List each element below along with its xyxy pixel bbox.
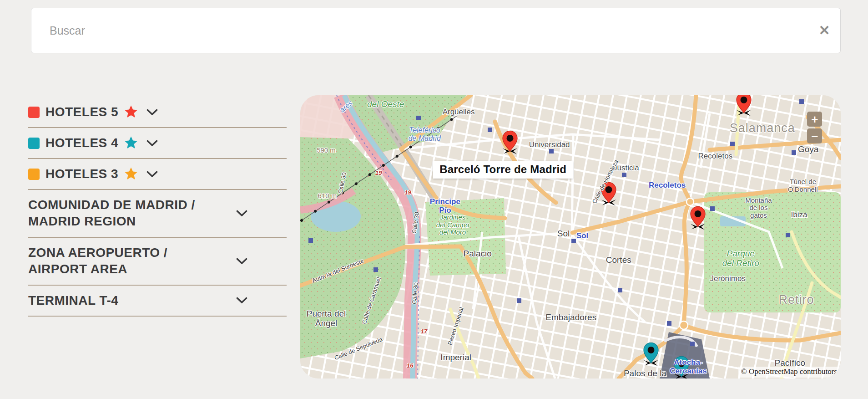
zoom-out-button[interactable]: − [807, 128, 822, 143]
color-swatch-icon [28, 169, 40, 180]
map-marker-red[interactable] [601, 182, 616, 206]
filter-zona-aeropuerto[interactable]: ZONA AEROPUERTO / AIRPORT AREA [28, 238, 287, 286]
red-pin-icon [502, 131, 518, 155]
red-pin-icon [736, 95, 752, 116]
filter-label: COMUNIDAD DE MADRID / MADRID REGION [28, 197, 219, 230]
map-background [300, 95, 841, 379]
search-bar: ✕ [31, 8, 841, 53]
chevron-down-icon[interactable] [236, 297, 247, 304]
star-icon [124, 105, 138, 118]
chevron-down-icon[interactable] [146, 109, 158, 116]
chevron-down-icon[interactable] [146, 171, 158, 178]
map-marker-teal[interactable] [643, 342, 659, 366]
star-icon [124, 136, 138, 149]
filter-hoteles-4[interactable]: HOTELES 4 [28, 128, 287, 159]
chevron-down-icon[interactable] [146, 140, 158, 147]
filter-label: TERMINAL T-4 [28, 292, 219, 309]
clear-search-icon[interactable]: ✕ [808, 24, 840, 37]
filter-label: HOTELES 3 [45, 166, 118, 182]
map-zoom-controls: + − [807, 112, 822, 143]
star-icon [124, 167, 138, 180]
search-input[interactable] [31, 8, 808, 53]
red-pin-icon [690, 206, 706, 230]
teal-pin-icon [674, 356, 689, 379]
color-swatch-icon [28, 107, 40, 118]
chevron-down-icon[interactable] [236, 258, 247, 265]
filter-terminal-t4[interactable]: TERMINAL T-4 [28, 286, 287, 317]
filter-hoteles-5[interactable]: HOTELES 5 [28, 97, 287, 128]
map-marker-red[interactable] [690, 206, 706, 230]
map[interactable]: aresdel OesteArgüellesTeleférico de Madr… [300, 95, 841, 379]
chevron-down-icon[interactable] [236, 210, 247, 217]
filter-label: ZONA AEROPUERTO / AIRPORT AREA [28, 245, 219, 278]
filter-label: HOTELES 5 [45, 104, 118, 120]
map-tooltip: Barceló Torre de Madrid [433, 161, 573, 179]
hotel-filter-sidebar: HOTELES 5HOTELES 4HOTELES 3COMUNIDAD DE … [28, 97, 287, 317]
filter-comunidad-de-madrid[interactable]: COMUNIDAD DE MADRID / MADRID REGION [28, 190, 287, 238]
teal-pin-icon [643, 342, 659, 366]
osm-attribution[interactable]: © OpenStreetMap contributors [738, 367, 841, 378]
zoom-in-button[interactable]: + [807, 112, 822, 127]
map-marker-red[interactable] [736, 95, 752, 116]
color-swatch-icon [28, 138, 40, 149]
filter-label: HOTELES 4 [45, 135, 118, 151]
map-marker-red[interactable] [502, 131, 518, 155]
red-pin-icon [601, 182, 616, 206]
filter-hoteles-3[interactable]: HOTELES 3 [28, 159, 287, 190]
map-marker-teal[interactable] [674, 356, 689, 379]
